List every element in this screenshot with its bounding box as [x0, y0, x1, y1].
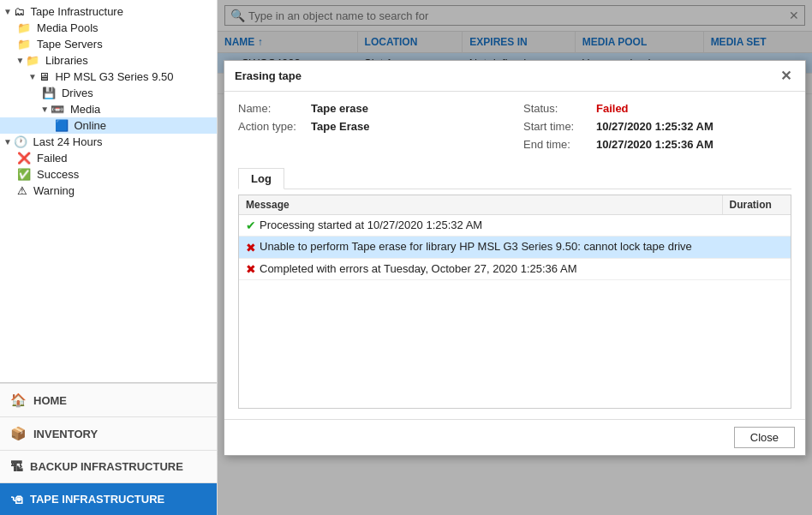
end-value: 10/27/2020 1:25:36 AM [596, 138, 713, 151]
log-duration [722, 214, 791, 237]
tree-icon: ⚠ [17, 184, 27, 197]
log-col-duration: Duration [722, 195, 791, 215]
error-icon: ✖ [246, 262, 260, 275]
name-label: Name: [238, 102, 311, 115]
modal-body: Name: Tape erase Action type: Tape Erase… [224, 92, 805, 419]
log-header-row: Message Duration [239, 195, 791, 215]
sidebar-nav: 🏠HOME📦INVENTORY🏗BACKUP INFRASTRUCTURE🖲TA… [0, 382, 217, 515]
sidebar-item-tape-infrastructure[interactable]: ▼🗂 Tape Infrastructure [0, 3, 217, 20]
log-message-text: Completed with errors at Tuesday, Octobe… [260, 262, 576, 275]
tree-icon: ✅ [17, 168, 31, 181]
name-value: Tape erase [311, 102, 368, 115]
nav-item-home[interactable]: 🏠HOME [0, 383, 217, 416]
start-label: Start time: [523, 120, 596, 133]
start-value: 10/27/2020 1:25:32 AM [596, 120, 713, 133]
modal-right-info: Status: Failed Start time: 10/27/2020 1:… [523, 102, 791, 156]
action-label: Action type: [238, 120, 311, 133]
log-message: ✔Processing started at 10/27/2020 1:25:3… [239, 214, 722, 237]
tree-icon: 📁 [26, 54, 39, 67]
sidebar: ▼🗂 Tape Infrastructure 📁 Media Pools 📁 T… [0, 0, 218, 515]
tree-label: Tape Infrastructure [31, 5, 123, 18]
sidebar-item-warning[interactable]: ⚠ Warning [0, 183, 217, 199]
nav-item-inventory[interactable]: 📦INVENTORY [0, 416, 217, 450]
action-row: Action type: Tape Erase [238, 120, 506, 133]
nav-label: TAPE INFRASTRUCTURE [30, 493, 164, 506]
tree-icon: 🖥 [39, 70, 50, 83]
end-row: End time: 10/27/2020 1:25:36 AM [523, 138, 791, 151]
nav-icon: 🏗 [10, 459, 23, 474]
tree-icon: 🗂 [14, 5, 25, 18]
tree-label: HP MSL G3 Series 9.50 [55, 70, 173, 83]
log-row: ✔Processing started at 10/27/2020 1:25:3… [239, 214, 791, 237]
sidebar-item-media[interactable]: ▼📼 Media [0, 101, 217, 117]
error-icon: ✖ [246, 240, 260, 253]
tree-icon: 💾 [42, 87, 56, 99]
modal-footer: Close [224, 419, 805, 455]
log-col-message: Message [239, 195, 722, 215]
ok-icon: ✔ [246, 219, 260, 231]
tree-label: Failed [37, 152, 67, 165]
log-message-text: Processing started at 10/27/2020 1:25:32… [260, 219, 482, 231]
tree-label: Tape Servers [37, 38, 103, 51]
modal-header: Erasing tape ✕ [224, 61, 805, 92]
sidebar-item-drives[interactable]: 💾 Drives [0, 85, 217, 101]
tree-label: Success [37, 168, 79, 181]
nav-item-backup-infrastructure[interactable]: 🏗BACKUP INFRASTRUCTURE [0, 450, 217, 482]
modal-overlay: Erasing tape ✕ Name: Tape erase Action t… [218, 0, 812, 515]
log-message-text: Unable to perform Tape erase for library… [260, 240, 692, 253]
sidebar-item-online[interactable]: 🟦 Online [0, 117, 217, 134]
expand-icon: ▼ [28, 72, 37, 81]
erase-tape-modal: Erasing tape ✕ Name: Tape erase Action t… [224, 60, 806, 456]
tree-icon: 📁 [17, 38, 31, 51]
log-row: ✖Completed with errors at Tuesday, Octob… [239, 258, 791, 280]
expand-icon: ▼ [3, 7, 12, 16]
tree-icon: 📼 [51, 103, 64, 116]
nav-label: HOME [33, 394, 67, 407]
nav-item-tape-infrastructure[interactable]: 🖲TAPE INFRASTRUCTURE [0, 482, 217, 515]
expand-icon: ▼ [40, 105, 49, 114]
tree-label: Last 24 Hours [33, 135, 103, 148]
tab-log[interactable]: Log [238, 168, 284, 189]
start-row: Start time: 10/27/2020 1:25:32 AM [523, 120, 791, 133]
tree-label: Libraries [45, 54, 88, 67]
log-message: ✖Completed with errors at Tuesday, Octob… [239, 258, 722, 280]
expand-icon: ▼ [15, 56, 24, 65]
nav-icon: 🏠 [10, 392, 27, 408]
sidebar-item-libraries[interactable]: ▼📁 Libraries [0, 52, 217, 69]
sidebar-item-tape-servers[interactable]: 📁 Tape Servers [0, 36, 217, 52]
expand-icon: ▼ [3, 137, 12, 147]
modal-title: Erasing tape [235, 69, 302, 82]
log-table-container: Message Duration ✔Processing started at … [238, 195, 791, 409]
status-row: Status: Failed [523, 102, 791, 115]
tree-icon: 🕐 [14, 135, 27, 148]
nav-label: INVENTORY [33, 428, 98, 440]
sidebar-item-success[interactable]: ✅ Success [0, 166, 217, 183]
log-duration [722, 237, 791, 259]
modal-left-info: Name: Tape erase Action type: Tape Erase [238, 102, 506, 156]
sidebar-item-media-pools[interactable]: 📁 Media Pools [0, 20, 217, 36]
log-table: Message Duration ✔Processing started at … [239, 195, 791, 281]
nav-icon: 🖲 [10, 492, 23, 506]
close-button[interactable]: Close [734, 427, 795, 448]
sidebar-item-hp-msl[interactable]: ▼🖥 HP MSL G3 Series 9.50 [0, 69, 217, 85]
nav-icon: 📦 [10, 426, 27, 441]
tree-label: Media [70, 103, 100, 116]
log-duration [722, 258, 791, 280]
tree-label: Warning [33, 184, 75, 197]
log-table-body: ✔Processing started at 10/27/2020 1:25:3… [239, 214, 791, 280]
modal-close-icon[interactable]: ✕ [777, 68, 795, 84]
action-value: Tape Erase [311, 120, 369, 133]
main-content: 🔍 ✕ NAME ↑LOCATIONEXPIRES INMEDIA POOLME… [218, 0, 812, 515]
sidebar-item-last-24-hours[interactable]: ▼🕐 Last 24 Hours [0, 134, 217, 150]
sidebar-tree: ▼🗂 Tape Infrastructure 📁 Media Pools 📁 T… [0, 0, 217, 382]
tree-label: Drives [62, 87, 93, 99]
end-label: End time: [523, 138, 596, 151]
status-value: Failed [596, 102, 629, 115]
log-tab-bar: Log [238, 168, 791, 189]
tree-label: Online [74, 119, 106, 132]
log-row: ✖Unable to perform Tape erase for librar… [239, 237, 791, 259]
tree-icon: ❌ [17, 152, 31, 165]
nav-label: BACKUP INFRASTRUCTURE [30, 460, 183, 473]
sidebar-item-failed[interactable]: ❌ Failed [0, 150, 217, 166]
tree-icon: 📁 [17, 21, 31, 34]
